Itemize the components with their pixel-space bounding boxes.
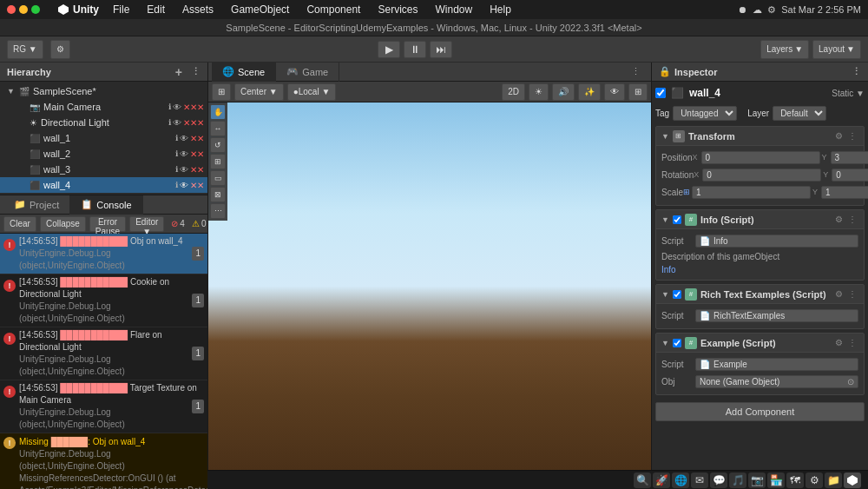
richtext-script-value[interactable]: 📄 RichTextExamples	[695, 309, 858, 322]
info-script-active[interactable]	[673, 215, 681, 224]
log-warning-entry[interactable]: ! Missing ██████: Obj on wall_4 UnityEng…	[0, 433, 207, 489]
hierarchy-item-wall3[interactable]: ⬛ wall_3 ℹ 👁 ✕✕	[0, 162, 207, 177]
layer-dropdown[interactable]: Default	[773, 106, 826, 121]
info-settings-btn[interactable]: ⚙	[833, 215, 845, 224]
editor-button[interactable]: Editor ▼	[129, 216, 164, 232]
example-settings-btn[interactable]: ⚙	[833, 338, 845, 347]
scale-x-field[interactable]	[692, 186, 811, 199]
object-name-field[interactable]: wall_4	[689, 87, 826, 99]
eye-icon2[interactable]: 👁	[173, 118, 181, 128]
transform-settings-btn[interactable]: ⚙	[833, 131, 845, 141]
info-icon2[interactable]: ℹ	[168, 118, 171, 128]
example-script-value[interactable]: 📄 Example	[695, 358, 858, 371]
tab-scene[interactable]: 🌐 Scene	[212, 63, 276, 82]
richtext-dots-btn[interactable]: ⋮	[846, 289, 858, 299]
log-entry-1[interactable]: ! [14:56:53] ███████████ Cookie on Direc…	[0, 274, 207, 327]
menu-component[interactable]: Component	[303, 2, 364, 17]
info-icon6[interactable]: ℹ	[175, 181, 178, 190]
object-active-checkbox[interactable]	[655, 88, 666, 98]
rect-tool[interactable]: ▭	[210, 170, 226, 186]
dock-messages[interactable]: 💬	[710, 472, 727, 488]
example-obj-value[interactable]: None (Game Object) ⊙	[695, 375, 858, 388]
dock-music[interactable]: 🎵	[729, 472, 746, 488]
hierarchy-item-wall1[interactable]: ⬛ wall_1 ℹ 👁 ✕✕	[0, 130, 207, 146]
pos-y-field[interactable]	[831, 151, 868, 164]
info-icon4[interactable]: ℹ	[175, 149, 178, 159]
menu-help[interactable]: Help	[486, 2, 515, 17]
menu-services[interactable]: Services	[374, 2, 421, 17]
minimize-dot[interactable]	[19, 5, 28, 14]
eye-icon4[interactable]: 👁	[180, 149, 188, 159]
eye-icon3[interactable]: 👁	[180, 134, 188, 143]
info-script-value[interactable]: 📄 Info	[695, 235, 858, 248]
richtext-script-header[interactable]: ▼ # Rich Text Examples (Script) ⚙ ⋮	[656, 285, 864, 304]
effects-btn[interactable]: ✨	[578, 83, 601, 101]
play-button[interactable]: ▶	[378, 41, 400, 58]
2d-btn[interactable]: 2D	[502, 83, 525, 101]
dock-unity[interactable]	[844, 472, 861, 488]
static-dropdown[interactable]: Static ▼	[832, 89, 865, 98]
dock-files[interactable]: 📁	[825, 472, 842, 488]
inspector-options[interactable]: ⋮	[852, 66, 861, 77]
hierarchy-options-btn[interactable]: ⋮	[191, 66, 201, 77]
custom-tool[interactable]: ⋯	[210, 203, 226, 219]
menu-edit[interactable]: Edit	[143, 2, 168, 17]
richtext-active[interactable]	[673, 290, 681, 299]
example-script-header[interactable]: ▼ # Example (Script) ⚙ ⋮	[656, 334, 864, 353]
eye-icon[interactable]: 👁	[173, 102, 181, 112]
obj-target-icon[interactable]: ⊙	[847, 377, 854, 387]
center-dropdown[interactable]: Center ▼	[234, 83, 284, 101]
rot-x-field[interactable]	[702, 169, 821, 182]
unity-logo[interactable]: Unity	[57, 3, 99, 16]
scale-y-field[interactable]	[821, 186, 868, 199]
pause-button[interactable]: ⏸	[404, 41, 426, 58]
hierarchy-item-camera[interactable]: 📷 Main Camera ℹ 👁 ✕✕✕	[0, 99, 207, 115]
error-pause-button[interactable]: Error Pause	[89, 216, 126, 232]
fx-btn[interactable]: ☀	[529, 83, 549, 101]
add-component-button[interactable]: Add Component	[655, 402, 865, 421]
dock-photos[interactable]: 📷	[748, 472, 766, 488]
local-dropdown[interactable]: ●Local ▼	[287, 83, 337, 101]
example-active[interactable]	[673, 339, 681, 347]
dock-system[interactable]: ⚙	[806, 472, 823, 488]
hierarchy-item-scene[interactable]: ▼ 🎬 SampleScene*	[0, 83, 207, 99]
hand-tool[interactable]: ✋	[210, 104, 226, 120]
tab-project[interactable]: 📁 Project	[3, 195, 70, 215]
move-tool[interactable]: ↔	[210, 121, 226, 136]
tab-game[interactable]: 🎮 Game	[276, 63, 339, 82]
hidden-btn[interactable]: 👁	[604, 83, 625, 101]
info-dots-btn[interactable]: ⋮	[846, 215, 858, 224]
gizmo-btn[interactable]: ⊞	[212, 83, 231, 101]
menu-window[interactable]: Window	[431, 2, 476, 17]
clear-button[interactable]: Clear	[3, 216, 36, 232]
dock-appstore[interactable]: 🏪	[767, 472, 785, 488]
scene-viewport[interactable]: ✋ ↔ ↺ ⊞ ▭ ⊠ ⋯	[208, 102, 651, 470]
info-script-header[interactable]: ▼ # Info (Script) ⚙ ⋮	[656, 210, 864, 229]
info-icon[interactable]: ℹ	[168, 102, 171, 112]
eye-icon6[interactable]: 👁	[180, 181, 188, 190]
layout-dropdown[interactable]: Layout ▼	[812, 40, 861, 59]
menu-gameobject[interactable]: GameObject	[227, 2, 293, 17]
rotate-tool[interactable]: ↺	[210, 137, 226, 153]
dock-chrome[interactable]: 🌐	[672, 472, 689, 488]
tab-console[interactable]: 📋 Console	[70, 195, 142, 215]
close-dot[interactable]	[7, 5, 16, 14]
transform-header[interactable]: ▼ ⊞ Transform ⚙ ⋮	[656, 127, 864, 146]
hierarchy-item-light[interactable]: ☀ Directional Light ℹ 👁 ✕✕✕	[0, 115, 207, 130]
richtext-settings-btn[interactable]: ⚙	[833, 289, 845, 299]
maximize-dot[interactable]	[31, 5, 40, 14]
eye-icon5[interactable]: 👁	[180, 165, 188, 175]
log-entry-2[interactable]: ! [14:56:53] ███████████ Flare on Direct…	[0, 327, 207, 380]
layers-dropdown[interactable]: Layers ▼	[760, 40, 809, 59]
step-button[interactable]: ⏭	[430, 41, 452, 58]
hierarchy-item-wall4[interactable]: ⬛ wall_4 ℹ 👁 ✕✕	[0, 177, 207, 193]
hierarchy-item-wall2[interactable]: ⬛ wall_2 ℹ 👁 ✕✕	[0, 146, 207, 162]
hierarchy-add-btn[interactable]: +	[175, 65, 182, 79]
log-entry-0[interactable]: ! [14:56:53] ███████████ Obj on wall_4 U…	[0, 234, 207, 274]
dock-finder[interactable]: 🔍	[634, 472, 651, 488]
dock-maps[interactable]: 🗺	[786, 472, 804, 488]
menu-file[interactable]: File	[109, 2, 133, 17]
transform-dots-btn[interactable]: ⋮	[846, 131, 858, 141]
dock-launchpad[interactable]: 🚀	[653, 472, 670, 488]
transform-tool[interactable]: ⊠	[210, 187, 226, 202]
